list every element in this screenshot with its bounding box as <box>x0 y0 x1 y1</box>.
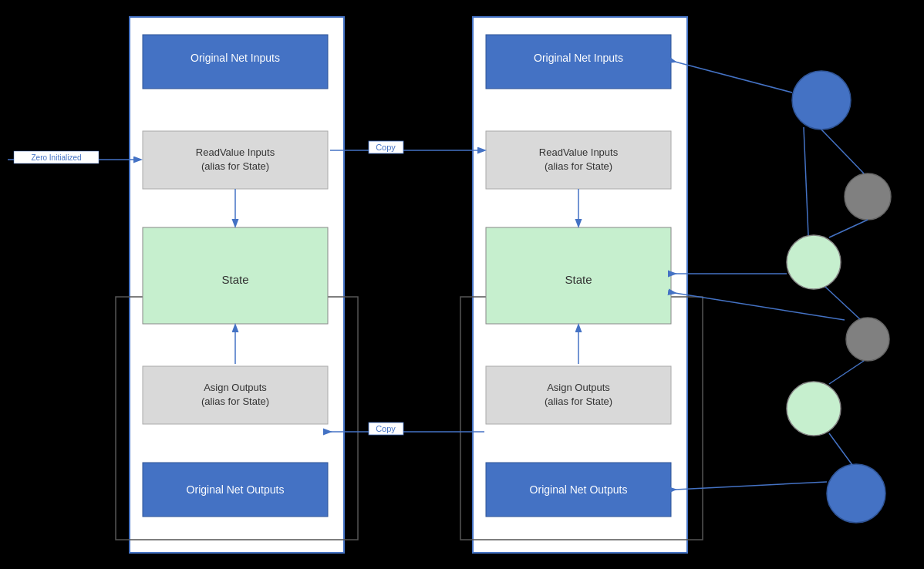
main-svg: Original Net Inputs ReadValue Inputs (al… <box>0 0 924 569</box>
left-readvalue-label1: ReadValue Inputs <box>196 146 275 158</box>
right-readvalue-label2: (alias for State) <box>545 160 612 172</box>
copy-bottom-label: Copy <box>376 424 396 433</box>
diagram-area: Original Net Inputs ReadValue Inputs (al… <box>0 0 924 569</box>
node-4 <box>846 318 889 361</box>
right-state-label: State <box>565 273 592 286</box>
left-state-label: State <box>221 273 248 286</box>
node-1 <box>792 71 851 130</box>
right-asign-label1: Asign Outputs <box>547 382 610 393</box>
left-orig-outputs-label: Original Net Outputs <box>187 483 285 496</box>
left-asign-label2: (alias for State) <box>201 396 269 407</box>
node-3 <box>787 235 841 289</box>
node-2 <box>845 173 891 220</box>
left-orig-inputs-label: Original Net Inputs <box>191 52 280 64</box>
right-asign-label2: (alias for State) <box>545 396 612 407</box>
left-readvalue-label2: (alias for State) <box>201 160 269 172</box>
node-6 <box>827 464 885 523</box>
copy-top-label: Copy <box>376 143 396 152</box>
left-asign-label1: Asign Outputs <box>204 382 267 393</box>
node-5 <box>787 382 841 436</box>
right-orig-inputs-label: Original Net Inputs <box>534 52 623 64</box>
right-readvalue-label1: ReadValue Inputs <box>539 146 619 158</box>
zero-init-label: Zero Initialized <box>31 153 81 162</box>
right-orig-outputs-label: Original Net Outputs <box>530 483 628 496</box>
